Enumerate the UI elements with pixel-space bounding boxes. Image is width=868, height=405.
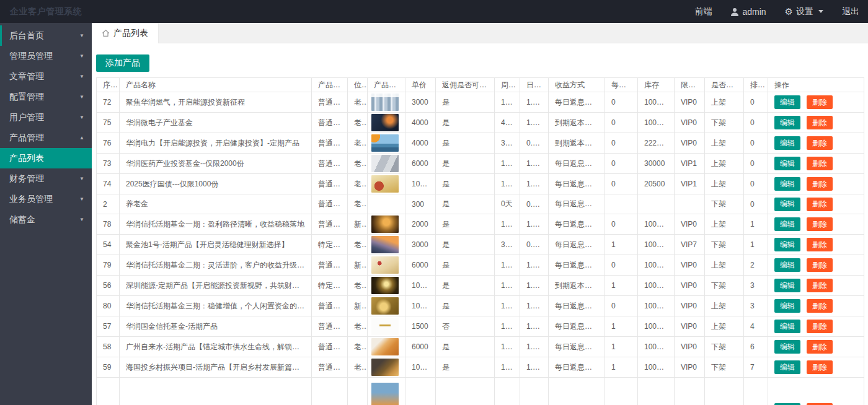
logout-link[interactable]: 退出: [842, 6, 859, 17]
cell-sort: 0: [744, 92, 768, 113]
edit-button[interactable]: 编辑: [774, 258, 800, 272]
product-thumbnail-cell: [368, 316, 405, 337]
row-actions: 编辑删除添加多语言: [768, 296, 864, 316]
cell-cycle: 180天: [495, 92, 520, 113]
sidebar-item-后台首页[interactable]: 后台首页▼: [0, 25, 92, 46]
cell-name: 华润医药产业投资基金--仅限2000份: [120, 154, 312, 174]
sidebar-item-产品列表[interactable]: 产品列表: [0, 148, 92, 168]
cell-vip: VIP1: [675, 154, 705, 174]
delete-button[interactable]: 删除: [807, 136, 833, 150]
cell-rebate: 是: [436, 214, 495, 235]
sidebar-item-配置管理[interactable]: 配置管理▼: [0, 87, 92, 107]
edit-button[interactable]: 编辑: [774, 403, 800, 405]
cell-type: 普通产品: [312, 154, 348, 174]
cell-rebate: 是: [436, 378, 495, 405]
edit-button[interactable]: 编辑: [774, 299, 800, 313]
delete-button[interactable]: 删除: [807, 258, 833, 272]
column-header: 操作: [768, 78, 864, 92]
cell-daily: 0.20000: [520, 235, 549, 255]
cell-daily: 1.00000: [520, 296, 549, 316]
cell-type: 普通产品: [312, 296, 348, 316]
sidebar-item-label: 储蓄金: [9, 214, 35, 224]
product-thumbnail-cell: [368, 235, 405, 255]
chevron-down-icon: ▼: [79, 66, 84, 87]
sidebar-item-文章管理[interactable]: 文章管理▼: [0, 66, 92, 87]
sidebar-item-用户管理[interactable]: 用户管理▼: [0, 107, 92, 128]
column-header: 排序: [744, 78, 768, 92]
row-actions: 编辑删除添加多语言: [768, 92, 864, 113]
delete-button[interactable]: 删除: [807, 320, 833, 333]
edit-button[interactable]: 编辑: [774, 279, 800, 292]
product-thumbnail: [371, 256, 399, 274]
user-menu[interactable]: admin: [730, 7, 766, 17]
delete-button[interactable]: 删除: [807, 299, 833, 313]
delete-button[interactable]: 删除: [807, 116, 833, 129]
cell-type: 普通产品: [312, 378, 348, 405]
delete-button[interactable]: 删除: [807, 95, 833, 109]
cell-sort: 4: [744, 316, 768, 337]
cell-sort: 7: [744, 357, 768, 378]
delete-button[interactable]: 删除: [807, 279, 833, 292]
edit-button[interactable]: 编辑: [774, 238, 800, 251]
product-thumbnail: [371, 236, 399, 253]
edit-button[interactable]: 编辑: [774, 217, 800, 231]
column-header: 产品缩略图: [368, 78, 405, 92]
cell-sort: 0: [744, 174, 768, 194]
cell-cycle: 120天: [495, 214, 520, 235]
sidebar-item-管理员管理[interactable]: 管理员管理▼: [0, 46, 92, 66]
delete-button[interactable]: 删除: [807, 403, 833, 405]
sidebar-item-产品管理[interactable]: 产品管理▲: [0, 128, 92, 148]
edit-button[interactable]: 编辑: [774, 157, 800, 170]
tab-product-list[interactable]: 产品列表: [92, 23, 159, 43]
cell-name: 国债第一期-活期产品【筑牢安全防线，共建韧性家园】名额：980份: [120, 378, 312, 405]
cell-pos: 老: [348, 113, 368, 133]
frontend-link[interactable]: 前端: [694, 6, 712, 17]
sidebar-item-业务员管理[interactable]: 业务员管理▼: [0, 189, 92, 209]
edit-button[interactable]: 编辑: [774, 136, 800, 150]
chevron-down-icon: ▼: [79, 168, 84, 189]
cell-status: 上架: [705, 255, 744, 276]
delete-button[interactable]: 删除: [807, 238, 833, 251]
cell-pos: 老: [348, 357, 368, 378]
edit-button[interactable]: 编辑: [774, 116, 800, 129]
cell-vip: [675, 194, 705, 214]
edit-button[interactable]: 编辑: [774, 360, 800, 374]
settings-menu[interactable]: ⚙ 设置: [785, 6, 823, 17]
add-product-button[interactable]: 添加产品: [96, 54, 149, 72]
cell-vip: VIP0: [675, 357, 705, 378]
cell-vip: VIP1: [675, 174, 705, 194]
product-thumbnail-cell: [368, 296, 405, 316]
cell-name: 广州自来水-活期产品【锚定城市供水生命线，解锁稳健投资新机遇】: [120, 337, 312, 357]
user-icon: [730, 7, 739, 16]
cell-cycle: 180天: [495, 357, 520, 378]
delete-button[interactable]: 删除: [807, 198, 833, 211]
edit-button[interactable]: 编辑: [774, 340, 800, 354]
cell-sort: 3: [744, 296, 768, 316]
delete-button[interactable]: 删除: [807, 340, 833, 354]
row-actions: 编辑删除添加多语言: [768, 214, 864, 235]
delete-button[interactable]: 删除: [807, 157, 833, 170]
cell-daily: 1.00000: [520, 316, 549, 337]
edit-button[interactable]: 编辑: [774, 95, 800, 109]
cell-cycle: 180天: [495, 337, 520, 357]
product-thumbnail: [371, 383, 399, 405]
cell-price: 3000: [405, 92, 436, 113]
delete-button[interactable]: 删除: [807, 177, 833, 191]
delete-button[interactable]: 删除: [807, 360, 833, 374]
sidebar-item-财务管理[interactable]: 财务管理▼: [0, 168, 92, 189]
chevron-down-icon: [818, 10, 823, 13]
cell-type: 普通产品: [312, 316, 348, 337]
product-thumbnail-cell: [368, 113, 405, 133]
edit-button[interactable]: 编辑: [774, 177, 800, 191]
sidebar-item-储蓄金[interactable]: 储蓄金▼: [0, 209, 92, 230]
cell-name: 华润国金信托基金-活期产品: [120, 316, 312, 337]
delete-button[interactable]: 删除: [807, 217, 833, 231]
cell-status: 上架: [705, 154, 744, 174]
cell-id: 76: [97, 133, 120, 154]
cell-limit: 0: [605, 296, 638, 316]
edit-button[interactable]: 编辑: [774, 320, 800, 333]
edit-button[interactable]: 编辑: [774, 198, 800, 211]
cell-sort: 0: [744, 133, 768, 154]
cell-rebate: 是: [436, 154, 495, 174]
cell-rebate: 否: [436, 316, 495, 337]
